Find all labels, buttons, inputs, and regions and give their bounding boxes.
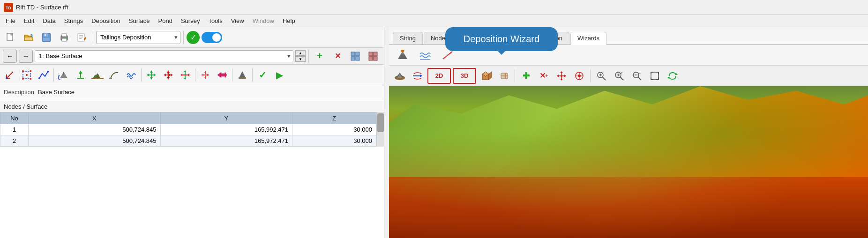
- toggle-button[interactable]: [202, 32, 222, 43]
- open-button[interactable]: [21, 30, 37, 45]
- grid-button-2[interactable]: [365, 48, 381, 64]
- svg-line-121: [620, 77, 623, 80]
- step-dropdown-wrapper[interactable]: 1: Base Surface: [35, 50, 293, 62]
- terrain-map: [389, 86, 868, 238]
- svg-marker-92: [239, 71, 246, 78]
- curve-tool[interactable]: [106, 67, 122, 83]
- menu-tools[interactable]: Tools: [204, 16, 226, 25]
- move-tool-2[interactable]: [160, 67, 176, 83]
- box-select-tool[interactable]: [19, 67, 35, 83]
- forward-button[interactable]: →: [19, 50, 33, 63]
- menu-surface[interactable]: Surface: [125, 16, 154, 25]
- zoom-region-btn[interactable]: [593, 68, 609, 84]
- polyline-tool[interactable]: [36, 67, 52, 83]
- nodes-table: No X Y Z 1 500,724.845 165,992.471 30.00…: [0, 112, 376, 147]
- back-button[interactable]: ←: [3, 50, 17, 63]
- svg-rect-38: [369, 57, 373, 60]
- resize-tool[interactable]: [177, 67, 193, 83]
- step-down-button[interactable]: ▼: [295, 56, 306, 62]
- rt-target-btn[interactable]: [571, 68, 587, 84]
- toolbar2-div3: [195, 68, 195, 82]
- nav-bar: ← → 1: Base Surface ▲ ▼ + ✕: [0, 48, 384, 65]
- menu-deposition[interactable]: Deposition: [88, 16, 124, 25]
- svg-line-126: [638, 77, 641, 80]
- svg-marker-84: [180, 74, 182, 76]
- mountain-icon-tool[interactable]: [234, 67, 250, 83]
- toolbar2: ↕: [0, 65, 384, 85]
- confirm-button[interactable]: ✓: [187, 31, 200, 44]
- rt-add-btn[interactable]: ✚: [518, 68, 534, 84]
- view-2d-button[interactable]: 2D: [427, 68, 451, 84]
- scrollbar-thumb[interactable]: [377, 113, 384, 132]
- menu-bar: File Edit Data Strings Deposition Surfac…: [0, 15, 868, 27]
- svg-marker-107: [560, 71, 563, 73]
- tab-string[interactable]: String: [393, 32, 423, 44]
- cell-no-2: 2: [0, 135, 29, 147]
- terrain-view-btn[interactable]: [392, 68, 408, 84]
- fit-all-btn[interactable]: [647, 68, 663, 84]
- move-tool-1[interactable]: [143, 67, 159, 83]
- cell-no-1: 1: [0, 124, 29, 135]
- svg-rect-93: [239, 77, 246, 79]
- rt-delete-btn[interactable]: ✕ +: [536, 68, 552, 84]
- menu-strings[interactable]: Strings: [60, 16, 87, 25]
- svg-marker-77: [171, 74, 173, 76]
- check-tool[interactable]: ✓: [254, 67, 270, 83]
- select-tool[interactable]: [2, 67, 18, 83]
- svg-point-50: [30, 78, 31, 80]
- volcano-icon-btn[interactable]: [395, 47, 411, 63]
- svg-text:−: −: [638, 71, 641, 75]
- play-button[interactable]: ▶: [271, 67, 287, 83]
- rt-move-btn[interactable]: [554, 68, 569, 84]
- flow-arrows-btn[interactable]: [410, 68, 426, 84]
- save-button[interactable]: [38, 30, 54, 45]
- col-z: Z: [292, 113, 376, 124]
- table-row: 2 500,724.845 165,972.471 30.000: [0, 135, 376, 147]
- new-button[interactable]: [3, 30, 19, 45]
- toolbar1: Tailings Deposition ✓: [0, 27, 384, 48]
- svg-marker-101: [489, 72, 492, 80]
- delete-item-button[interactable]: ✕: [329, 48, 345, 64]
- flow-tool[interactable]: [214, 67, 230, 83]
- menu-window[interactable]: Window: [249, 16, 278, 25]
- menu-edit[interactable]: Edit: [20, 16, 38, 25]
- edit-button[interactable]: [74, 30, 90, 45]
- view-3d-button[interactable]: 3D: [453, 68, 476, 84]
- step-dropdown[interactable]: 1: Base Surface: [35, 50, 293, 62]
- menu-help[interactable]: Help: [279, 16, 299, 25]
- tab-wizards[interactable]: Wizards: [570, 32, 606, 45]
- menu-pond[interactable]: Pond: [155, 16, 176, 25]
- refresh-btn[interactable]: [665, 68, 681, 84]
- terrain-tool[interactable]: [90, 67, 105, 83]
- add-item-button[interactable]: +: [312, 48, 328, 64]
- box-3d-btn[interactable]: [478, 68, 494, 84]
- deposition-dropdown[interactable]: Tailings Deposition: [96, 31, 180, 44]
- menu-data[interactable]: Data: [39, 16, 59, 25]
- elevation-tool-2[interactable]: [73, 67, 89, 83]
- pencil-btn[interactable]: [496, 68, 512, 84]
- svg-marker-82: [184, 70, 187, 72]
- svg-line-22: [401, 50, 402, 51]
- app-title: Rift TD - Surface.rft: [16, 4, 68, 11]
- wave-tool[interactable]: [123, 67, 139, 83]
- grid-button-1[interactable]: [347, 48, 363, 64]
- right-toolbar2-div1: [515, 69, 515, 82]
- deposition-dropdown-wrapper[interactable]: Tailings Deposition: [96, 31, 180, 44]
- svg-marker-76: [164, 74, 166, 76]
- elevation-tool-1[interactable]: ↕: [56, 67, 72, 83]
- svg-rect-36: [369, 52, 373, 56]
- zoom-out-btn[interactable]: −: [629, 68, 645, 84]
- svg-point-45: [6, 77, 7, 79]
- wave-icon-btn[interactable]: [417, 47, 433, 63]
- menu-survey[interactable]: Survey: [177, 16, 203, 25]
- zoom-in-btn[interactable]: +: [611, 68, 627, 84]
- step-up-button[interactable]: ▲: [295, 50, 306, 56]
- svg-rect-12: [62, 34, 67, 37]
- vertical-scrollbar[interactable]: [376, 112, 384, 147]
- cell-y-2: 165,972.471: [160, 135, 292, 147]
- menu-file[interactable]: File: [2, 16, 19, 25]
- print-button[interactable]: [56, 30, 72, 45]
- menu-view[interactable]: View: [227, 16, 248, 25]
- cell-x-2: 500,724.845: [29, 135, 161, 147]
- cross-split-tool[interactable]: [197, 67, 213, 83]
